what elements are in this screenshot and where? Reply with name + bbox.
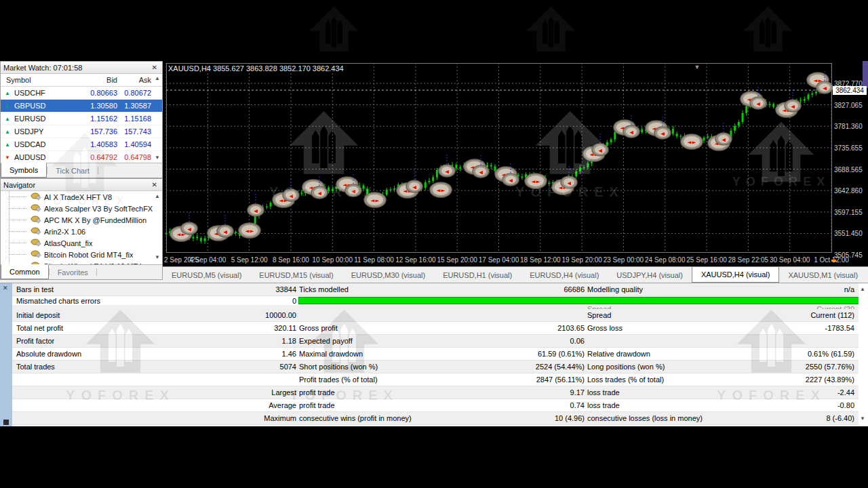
market-watch-row[interactable]: ▲USDCAD1.405831.40594 [1, 138, 162, 151]
navigator-titlebar: Navigator ✕ [1, 179, 162, 191]
market-watch-row[interactable]: ▲EURUSD1.151621.15168 [1, 113, 162, 125]
trade-marker: ◀ [785, 100, 801, 112]
cell-1: Initial deposit10000.00 [12, 309, 296, 321]
navigator-tabs: CommonFavorites [1, 264, 162, 279]
market-watch-row[interactable]: ▲GBPUSD1.305801.30587 [1, 100, 162, 113]
chart-window[interactable]: XAUUSD,H4 3855.627 3863.828 3852.170 386… [163, 61, 868, 266]
chart-tab-xauusd-h4-visual-[interactable]: XAUUSD,H4 (visual) [692, 266, 779, 283]
price-tick-label: 3781.360 [834, 123, 867, 130]
trade-marker: ◀ [181, 222, 197, 235]
svg-text:◀: ◀ [756, 100, 761, 107]
tester-value: 61.59 (0.61%) [538, 350, 585, 358]
tester-label: profit trade [299, 388, 335, 396]
trend-down-icon: ▼ [3, 155, 12, 161]
price-tick-label: 3551.450 [834, 230, 867, 237]
cell-3: consecutive losses (loss in money)8 (-6.… [585, 412, 859, 424]
expert-advisor-icon [31, 192, 41, 202]
tester-row: Profit factor1.18Expected payoff0.06 [12, 335, 859, 348]
tester-value: -0.80 [837, 401, 854, 409]
navigator-item[interactable]: APC MK X By @FundedMillion [1, 214, 162, 226]
tester-value: 10000.00 [265, 311, 296, 319]
column-bid: Bid [75, 76, 117, 84]
tester-label: Initial deposit [16, 311, 60, 319]
tester-value: Average [269, 401, 296, 409]
tab-common[interactable]: Common [1, 264, 49, 279]
tester-value: 1.46 [282, 350, 296, 358]
tree-lines [1, 203, 31, 214]
tree-lines [1, 191, 31, 203]
trend-up-icon: ▲ [3, 103, 12, 109]
navigator-item[interactable]: Alexa Scalper V3 By SoftTechFX [1, 203, 162, 214]
time-tick-label: 23 Sep 00:00 [604, 256, 644, 264]
bid-value: 0.80663 [75, 89, 117, 97]
cell-1: Profit factor1.18 [12, 335, 296, 347]
tab-favorites[interactable]: Favorites [50, 265, 96, 279]
ask-value: 1.40594 [117, 140, 162, 148]
navigator-item[interactable]: AI X TradeX HFT V8 [1, 191, 162, 203]
tester-label: Modelling quality [587, 285, 643, 293]
tester-label: Profit trades (% of total) [299, 375, 378, 384]
tester-value: -2.44 [837, 388, 854, 396]
chart-tab-eurusd-h4-visual-[interactable]: EURUSD,H4 (visual) [521, 267, 608, 283]
svg-text:◀: ◀ [629, 129, 634, 136]
svg-text:◀: ◀ [317, 190, 322, 197]
trade-marker: ◀ [654, 127, 671, 139]
svg-text:◄►: ◄► [370, 197, 380, 204]
navigator-item-label: Bitcoin Robot Grid MT4_fix [44, 251, 133, 259]
trade-marker: ◀ [502, 174, 519, 186]
tab-symbols[interactable]: Symbols [1, 163, 47, 178]
chart-tab-eurusd-h1-visual-[interactable]: EURUSD,H1 (visual) [434, 267, 521, 283]
candlestick-chart[interactable]: ◄►◀◄►◀◄►◀◄►◀◄►◀◄►◀◄►◄►◀◄►◀◄►◀◄►◀◄►◄►◀◄►◀… [163, 61, 868, 266]
scroll-down-icon[interactable]: ▼ [860, 416, 865, 422]
cell-1: Largest [12, 386, 296, 399]
navigator-item[interactable]: Arin2-X 1.06 [1, 226, 162, 237]
svg-text:◀: ◀ [791, 103, 795, 110]
cell-3: Modelling qualityn/a [585, 283, 859, 296]
svg-text:◄►: ◄► [686, 138, 697, 146]
scroll-up-icon[interactable]: ▲ [860, 287, 865, 292]
chart-tab-eurusd-m15-visual-[interactable]: EURUSD,M15 (visual) [250, 267, 342, 283]
close-icon[interactable]: ✕ [150, 181, 159, 188]
cell-1: Maximum [12, 412, 296, 424]
tester-row: Total trades5074Short positions (won %)2… [12, 361, 859, 373]
tester-label: loss trade [587, 388, 620, 396]
close-icon[interactable]: ✕ [3, 285, 8, 291]
tester-value: 8 (-6.40) [826, 414, 854, 422]
expert-advisor-icon [31, 203, 41, 214]
chart-tab-eurusd-m30-visual-[interactable]: EURUSD,M30 (visual) [342, 267, 434, 283]
tester-row: Bars in test33844Ticks modelled66686Mode… [12, 283, 859, 296]
ask-value: 0.80672 [117, 89, 162, 97]
expert-advisor-icon [31, 249, 41, 260]
cell-3: Gross loss-1783.54 [585, 322, 859, 334]
market-watch-row[interactable]: ▲USDJPY157.736157.743 [1, 125, 162, 138]
tester-label: Relative drawdown [587, 350, 650, 358]
chart-tab-xauusd-m1-visual-[interactable]: XAUUSD,M1 (visual) [779, 267, 867, 283]
tester-label: consecutive wins (profit in money) [299, 414, 412, 422]
close-icon[interactable]: ✕ [150, 64, 159, 71]
chart-tab-usdjpy-h4-visual-[interactable]: USDJPY,H4 (visual) [608, 267, 692, 283]
trade-marker: ◀ [592, 144, 608, 156]
tester-value: 10 (4.96) [555, 414, 585, 422]
svg-text:◀: ◀ [722, 136, 726, 143]
tester-value: 2227 (43.89%) [806, 375, 854, 384]
navigator-title: Navigator [3, 181, 150, 189]
tree-lines [1, 226, 31, 237]
chart-scrollbar[interactable] [863, 61, 868, 88]
tester-row: Profit trades (% of total)2847 (56.11%)L… [12, 373, 859, 386]
navigator-item[interactable]: Bitcoin Robot Grid MT4_fix [1, 249, 162, 260]
time-tick-label: 24 Sep 08:00 [645, 256, 686, 264]
svg-text:◀: ◀ [567, 180, 572, 186]
scroll-down-icon[interactable]: ▼ [155, 255, 160, 260]
scroll-up-icon[interactable]: ▲ [155, 76, 160, 81]
chart-tab-eurusd-m5-visual-[interactable]: EURUSD,M5 (visual) [163, 267, 250, 283]
market-watch-row[interactable]: ▲USDCHF0.806630.80672 [1, 87, 162, 100]
scroll-down-icon[interactable]: ▼ [155, 155, 160, 161]
trade-marker: ◀ [217, 225, 233, 237]
trade-marker: ◀ [561, 176, 577, 188]
navigator-item[interactable]: AtlasQuant_fix [1, 237, 162, 249]
trend-up-icon: ▲ [3, 129, 12, 135]
ask-value: 1.30587 [117, 102, 162, 110]
cell-1 [12, 373, 296, 386]
tab-tick-chart[interactable]: Tick Chart [47, 163, 98, 178]
scroll-up-icon[interactable]: ▲ [155, 194, 160, 199]
